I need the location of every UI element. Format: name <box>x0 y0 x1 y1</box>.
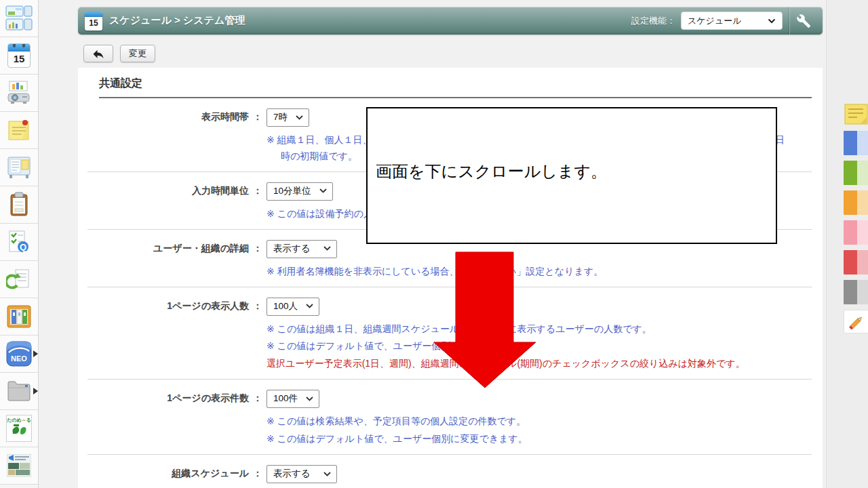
select-value: 10分単位 <box>273 185 311 197</box>
color-swatch-red[interactable] <box>844 250 868 274</box>
setting-label: 組織スケジュール <box>87 465 249 488</box>
color-swatch-gray[interactable] <box>844 280 868 304</box>
chevron-down-icon <box>306 396 313 401</box>
survey-checklist-icon: Q <box>6 229 32 255</box>
items-per-page-select[interactable]: 100件 <box>267 390 319 408</box>
clipboard-icon <box>6 192 32 218</box>
expand-arrow-icon <box>33 350 38 357</box>
schedule-module-icon: 15 <box>85 12 102 30</box>
settings-function-value: スケジュール <box>688 15 742 27</box>
back-button[interactable] <box>83 45 113 62</box>
setting-label: 表示時間帯 <box>87 108 249 163</box>
setting-row-org-schedule: 組織スケジュール ： 表示する ※ この値は組織１日、組織週間スケジュールで、組… <box>87 455 812 488</box>
setting-note: ※ この値は検索結果や、予定項目等の個人設定の件数です。 <box>267 415 812 428</box>
module-header-bar: 15 スケジュール > システム管理 設定機能： スケジュール <box>78 7 823 35</box>
sidebar-item-tanomail[interactable]: たのめ～る <box>0 410 38 447</box>
settings-wrench-button[interactable] <box>790 7 817 35</box>
annotation-text: 画面を下にスクロールします。 <box>376 161 607 182</box>
setting-label: 入力時間単位 <box>87 182 249 220</box>
color-swatch-orange[interactable] <box>844 190 868 215</box>
label-colon: ： <box>249 240 267 278</box>
setting-note: ※ この値はデフォルト値で、ユーザー個別に変更できます。 <box>267 432 812 445</box>
annotation-box: 画面を下にスクロールします。 <box>366 107 777 244</box>
user-org-detail-select[interactable]: 表示する <box>267 240 337 258</box>
select-value: 100人 <box>273 300 298 312</box>
select-value: 100件 <box>273 392 298 405</box>
sidebar-item-survey[interactable]: Q <box>0 224 38 261</box>
expand-arrow-icon <box>33 388 38 394</box>
sidebar-item-folder[interactable] <box>0 373 38 410</box>
back-arrow-icon <box>92 48 104 59</box>
portal-icon <box>5 5 33 31</box>
setting-label: 1ページの表示人数 <box>87 298 249 371</box>
setting-label: ユーザー・組織の詳細 <box>87 240 249 278</box>
sidebar-item-memo[interactable] <box>0 112 38 149</box>
label-colon: ： <box>249 108 267 163</box>
label-colon: ： <box>249 298 267 371</box>
change-button[interactable]: 変更 <box>120 45 155 62</box>
memo-note-icon <box>7 118 31 142</box>
chevron-down-icon <box>306 304 313 308</box>
setting-label: 1ページの表示件数 <box>87 390 249 445</box>
sidebar-item-banner[interactable] <box>0 447 38 485</box>
wrench-icon <box>796 14 811 28</box>
chevron-down-icon <box>768 18 776 24</box>
folder-icon <box>5 379 33 403</box>
chevron-down-icon <box>323 472 331 476</box>
sidebar-item-neo[interactable]: NEO <box>0 336 38 373</box>
settings-function-select[interactable]: スケジュール <box>681 12 783 30</box>
org-schedule-select[interactable]: 表示する <box>267 465 337 483</box>
setting-row-items-per-page: 1ページの表示件数 ： 100件 ※ この値は検索結果や、予定項目等の個人設定の… <box>87 380 812 455</box>
select-value: 7時 <box>273 111 288 123</box>
sidebar-item-clipboard[interactable] <box>0 186 38 224</box>
select-value: 表示する <box>273 243 315 255</box>
sidebar-item-circulation[interactable] <box>0 261 38 298</box>
neo-app-icon: NEO <box>6 341 32 367</box>
label-colon: ： <box>249 182 267 220</box>
chevron-down-icon <box>319 188 327 193</box>
breadcrumb: スケジュール > システム管理 <box>109 14 631 27</box>
sidebar-item-bulletin-board[interactable] <box>0 149 38 186</box>
display-timezone-select[interactable]: 7時 <box>267 108 309 127</box>
facility-projector-icon <box>6 80 32 106</box>
sidebar-item-facility-reservation[interactable] <box>0 75 38 112</box>
chevron-down-icon <box>296 115 303 120</box>
neo-label: NEO <box>11 354 27 363</box>
sticky-note-icon <box>844 103 868 125</box>
section-title: 共通設定 <box>99 77 812 98</box>
color-swatch-pink[interactable] <box>844 220 868 245</box>
scroll-down-arrow <box>427 249 542 390</box>
left-app-sidebar: 15 <box>0 0 39 488</box>
right-palette-sidebar <box>826 0 868 488</box>
circulation-icon <box>6 266 32 292</box>
tanomail-logo-icon: たのめ～る <box>6 415 32 442</box>
cabinet-binders-icon <box>5 304 33 329</box>
banner-ad-icon <box>7 454 31 477</box>
label-colon: ： <box>249 390 267 445</box>
users-per-page-select[interactable]: 100人 <box>267 298 319 316</box>
edit-pencil-button[interactable] <box>844 310 868 333</box>
sidebar-item-portal[interactable] <box>0 0 38 37</box>
toolbar: 変更 <box>83 45 155 62</box>
bulletin-board-icon <box>6 155 32 180</box>
color-swatch-blue[interactable] <box>844 131 868 155</box>
sticky-note-button[interactable] <box>844 103 868 128</box>
sidebar-item-cabinet[interactable] <box>0 298 38 336</box>
app-window: 15 <box>0 0 868 488</box>
select-value: 表示する <box>273 468 315 480</box>
schedule-calendar-icon: 15 <box>7 43 31 68</box>
pencil-icon <box>846 312 867 331</box>
survey-q-letter: Q <box>20 242 26 252</box>
color-swatch-green[interactable] <box>844 161 868 185</box>
settings-function-label: 設定機能： <box>631 15 675 27</box>
input-time-unit-select[interactable]: 10分単位 <box>267 182 333 201</box>
label-colon: ： <box>249 465 267 488</box>
sidebar-item-schedule[interactable]: 15 <box>0 37 38 75</box>
chevron-down-icon <box>323 246 331 251</box>
